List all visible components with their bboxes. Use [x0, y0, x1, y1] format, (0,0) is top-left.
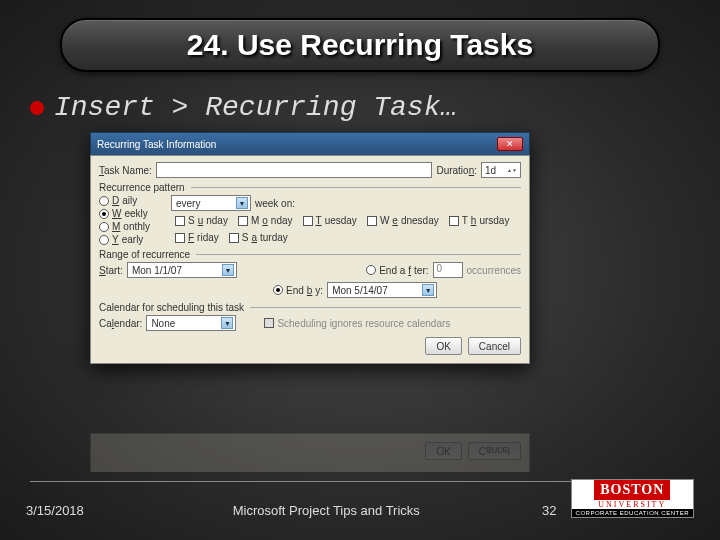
radio-weekly[interactable]: Weekly — [99, 208, 167, 219]
footer-title: Microsoft Project Tips and Tricks — [136, 503, 517, 518]
chk-wednesday[interactable]: Wednesday — [367, 215, 439, 226]
spinner-icon[interactable]: ▲▼ — [507, 168, 517, 173]
logo-line1: BOSTON — [594, 480, 670, 500]
range-label: Range of recurrence — [99, 249, 521, 260]
slide-title: 24. Use Recurring Tasks — [82, 28, 638, 62]
weekday-checkboxes: Sunday Monday Tuesday Wednesday Thursday… — [175, 215, 521, 243]
chk-saturday[interactable]: Saturday — [229, 232, 288, 243]
bullet-icon — [30, 101, 44, 115]
chevron-down-icon: ▼ — [221, 317, 233, 329]
footer-date: 3/15/2018 — [26, 503, 136, 518]
cancel-button-reflection: Cancel — [468, 442, 521, 460]
logo-line3: CORPORATE EDUCATION CENTER — [572, 509, 693, 517]
chevron-down-icon: ▼ — [222, 264, 234, 276]
duration-label: Duration: — [436, 165, 477, 176]
frequency-value: every — [176, 198, 200, 209]
end-by-value: Mon 5/14/07 — [332, 285, 388, 296]
slide-title-bar: 24. Use Recurring Tasks — [60, 18, 660, 72]
chk-scheduling-ignore: Scheduling ignores resource calendars — [264, 318, 450, 329]
logo-line2: UNIVERSITY — [594, 500, 670, 509]
slide-footer: 3/15/2018 Microsoft Project Tips and Tri… — [0, 479, 720, 518]
duration-value: 1d — [485, 165, 496, 176]
footer-page-number: 32 — [517, 503, 557, 518]
ok-button-reflection: OK — [425, 442, 461, 460]
dialog-body: Task Task Name:Name: Duration: 1d ▲▼ Rec… — [90, 155, 530, 364]
chk-monday[interactable]: Monday — [238, 215, 293, 226]
dialog-titlebar[interactable]: Recurring Task Information ✕ — [90, 132, 530, 155]
radio-monthly[interactable]: Monthly — [99, 221, 167, 232]
close-icon[interactable]: ✕ — [497, 137, 523, 151]
calendar-value: None — [151, 318, 175, 329]
bullet-row: Insert > Recurring Task… — [30, 92, 457, 123]
dialog-recurring-task: Recurring Task Information ✕ Task Task N… — [90, 132, 530, 364]
task-name-label: Task Task Name:Name: — [99, 165, 152, 176]
ok-button[interactable]: OK — [425, 337, 461, 355]
recurrence-pattern-label: Recurrence pattern — [99, 182, 521, 193]
end-after-input[interactable]: 0 — [433, 262, 463, 278]
menu-path-text: Insert > Recurring Task… — [54, 92, 457, 123]
occurrences-label: occurrences — [467, 265, 521, 276]
radio-daily[interactable]: DDailyaily — [99, 195, 167, 206]
chk-tuesday[interactable]: Tuesday — [303, 215, 357, 226]
start-label: Start: — [99, 265, 123, 276]
radio-end-after[interactable]: End after: — [366, 265, 428, 276]
task-name-input[interactable] — [156, 162, 433, 178]
end-by-dropdown[interactable]: Mon 5/14/07 ▼ — [327, 282, 437, 298]
calendar-section-label: Calendar for scheduling this task — [99, 302, 521, 313]
cancel-button[interactable]: Cancel — [468, 337, 521, 355]
recurrence-radio-group: DDailyaily Weekly Monthly Yearly — [99, 195, 167, 245]
start-date-dropdown[interactable]: Mon 1/1/07 ▼ — [127, 262, 237, 278]
chk-thursday[interactable]: Thursday — [449, 215, 510, 226]
frequency-dropdown[interactable]: every ▼ — [171, 195, 251, 211]
start-value: Mon 1/1/07 — [132, 265, 182, 276]
chevron-down-icon: ▼ — [422, 284, 434, 296]
chk-friday[interactable]: Friday — [175, 232, 219, 243]
bu-logo: BOSTON UNIVERSITY CORPORATE EDUCATION CE… — [571, 479, 694, 518]
radio-yearly[interactable]: Yearly — [99, 234, 167, 245]
radio-end-by[interactable]: End by: — [273, 285, 323, 296]
chk-sunday[interactable]: Sunday — [175, 215, 228, 226]
week-on-label: week on: — [255, 198, 295, 209]
chevron-down-icon: ▼ — [236, 197, 248, 209]
calendar-dropdown[interactable]: None ▼ — [146, 315, 236, 331]
dialog-title: Recurring Task Information — [97, 139, 216, 150]
calendar-label: Calendar: — [99, 318, 142, 329]
duration-input[interactable]: 1d ▲▼ — [481, 162, 521, 178]
